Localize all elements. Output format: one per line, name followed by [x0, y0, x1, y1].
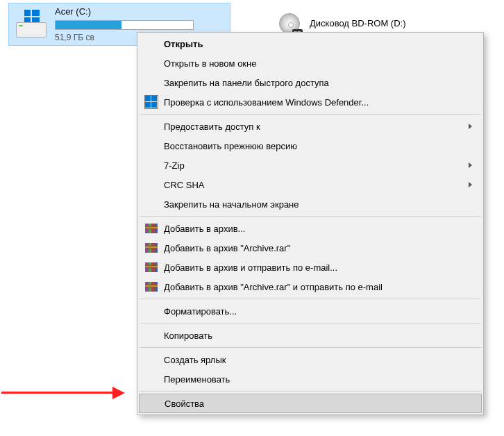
menu-label: 7-Zip: [164, 160, 185, 171]
blank-icon: [144, 56, 158, 70]
menu-add-archive[interactable]: Добавить в архив...: [139, 219, 482, 238]
winrar-icon: [144, 241, 158, 255]
menu-seven-zip[interactable]: 7-Zip: [139, 156, 482, 175]
blank-icon: [144, 353, 158, 367]
menu-label: Открыть в новом окне: [164, 58, 256, 69]
menu-restore-previous[interactable]: Восстановить прежнюю версию: [139, 136, 482, 156]
menu-crc-sha[interactable]: CRC SHA: [139, 175, 482, 194]
menu-label: Восстановить прежнюю версию: [164, 141, 297, 151]
menu-open-new-window[interactable]: Открыть в новом окне: [139, 53, 482, 73]
winrar-icon: [144, 260, 158, 274]
menu-defender-check[interactable]: Проверка с использованием Windows Defend…: [139, 92, 482, 112]
menu-separator: [140, 391, 481, 392]
defender-shield-icon: [144, 95, 158, 109]
blank-icon: [144, 304, 158, 318]
winrar-icon: [144, 280, 158, 294]
blank-icon: [144, 37, 158, 51]
blank-icon: [144, 178, 158, 192]
menu-format[interactable]: Форматировать...: [139, 301, 482, 321]
menu-separator: [140, 323, 481, 324]
blank-icon: [145, 396, 159, 410]
menu-add-archive-rar[interactable]: Добавить в архив "Archive.rar": [139, 238, 482, 258]
menu-label: Проверка с использованием Windows Defend…: [164, 97, 369, 108]
menu-create-shortcut[interactable]: Создать ярлык: [139, 350, 482, 369]
menu-rename[interactable]: Переименовать: [139, 369, 482, 389]
drive-d-label: Дисковод BD-ROM (D:): [310, 18, 406, 31]
winrar-icon: [144, 221, 158, 235]
menu-copy[interactable]: Копировать: [139, 326, 482, 345]
menu-label: Закрепить на начальном экране: [164, 199, 299, 210]
blank-icon: [144, 158, 158, 172]
menu-label: Предоставить доступ к: [164, 121, 260, 132]
blank-icon: [144, 119, 158, 133]
menu-label: Переименовать: [164, 374, 230, 385]
chevron-right-icon: [469, 182, 472, 187]
drive-c-label: Acer (C:): [55, 6, 224, 19]
menu-separator: [140, 114, 481, 115]
blank-icon: [144, 372, 158, 386]
menu-label: Добавить в архив и отправить по e-mail..…: [164, 262, 337, 273]
menu-label: Создать ярлык: [164, 355, 226, 365]
menu-label: Добавить в архив...: [164, 224, 245, 234]
menu-open[interactable]: Открыть: [139, 34, 482, 53]
menu-separator: [140, 347, 481, 348]
drive-c-capacity-bar: [55, 20, 194, 30]
menu-separator: [140, 216, 481, 217]
menu-open-label: Открыть: [164, 39, 203, 49]
blank-icon: [144, 328, 158, 342]
menu-label: Закрепить на панели быстрого доступа: [164, 78, 329, 88]
blank-icon: [144, 139, 158, 153]
menu-label: Копировать: [164, 330, 212, 341]
chevron-right-icon: [469, 162, 472, 168]
menu-label: Добавить в архив "Archive.rar" и отправи…: [164, 282, 383, 292]
menu-pin-start[interactable]: Закрепить на начальном экране: [139, 194, 482, 214]
blank-icon: [144, 76, 158, 90]
menu-give-access[interactable]: Предоставить доступ к: [139, 117, 482, 136]
menu-label: Форматировать...: [164, 306, 237, 317]
annotation-arrow: [1, 385, 126, 399]
menu-pin-quick-access[interactable]: Закрепить на панели быстрого доступа: [139, 73, 482, 92]
blank-icon: [144, 197, 158, 211]
drive-c-icon: [15, 10, 48, 39]
menu-label: Добавить в архив "Archive.rar": [164, 243, 290, 253]
menu-label: Свойства: [165, 399, 204, 409]
menu-add-archive-email[interactable]: Добавить в архив и отправить по e-mail..…: [139, 258, 482, 277]
context-menu: Открыть Открыть в новом окне Закрепить н…: [137, 32, 484, 415]
menu-properties[interactable]: Свойства: [139, 394, 482, 413]
chevron-right-icon: [469, 124, 472, 129]
menu-separator: [140, 299, 481, 299]
menu-label: CRC SHA: [164, 180, 205, 190]
menu-add-archive-rar-email[interactable]: Добавить в архив "Archive.rar" и отправи…: [139, 277, 482, 296]
